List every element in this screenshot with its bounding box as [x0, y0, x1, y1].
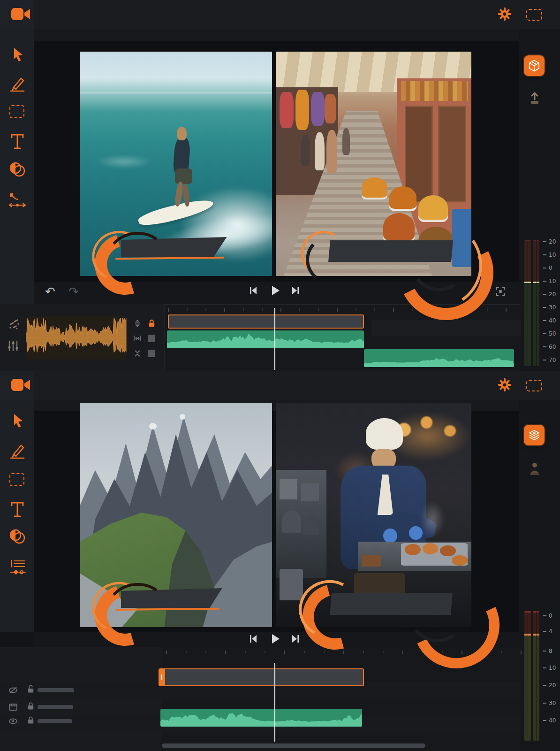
skip-end-button[interactable]: [291, 634, 300, 644]
meter-scale-label: 40: [543, 717, 556, 724]
audio-clip-1[interactable]: [160, 709, 362, 727]
layer-stack-button[interactable]: [524, 425, 545, 445]
marquee-select-tool[interactable]: [9, 105, 24, 118]
ruler-tick: [284, 651, 285, 654]
video-camera-icon[interactable]: [11, 377, 30, 392]
audio-meter-left: [524, 240, 531, 366]
ruler-tick: [393, 308, 394, 312]
app-root: 2010010203040506070 ↶ ↷: [0, 0, 560, 751]
playhead[interactable]: [274, 663, 275, 742]
audio-clip-1[interactable]: [167, 330, 364, 348]
ruler-tick: [487, 308, 488, 311]
contrast-mask-tool[interactable]: [8, 529, 27, 546]
ruler-tick: [324, 651, 325, 653]
timeline-header-2: [0, 647, 162, 751]
meter-scale: 04810203040: [543, 610, 560, 728]
pencil-tool[interactable]: [8, 75, 26, 94]
ruler-tick: [356, 308, 356, 311]
select-arrow-tool[interactable]: [10, 413, 24, 429]
lower-third-right-2[interactable]: [303, 583, 485, 628]
ruler-tick: [501, 651, 502, 653]
canvas-frame-icon[interactable]: [526, 9, 542, 21]
play-button[interactable]: [270, 284, 280, 297]
ruler-tick: [402, 651, 403, 654]
undo-button[interactable]: ↶: [45, 285, 55, 298]
cube-icon: [526, 58, 542, 74]
skip-start-button[interactable]: [249, 285, 258, 296]
export-3d-button[interactable]: [524, 55, 545, 76]
toggle-square[interactable]: [148, 335, 155, 342]
video-camera-icon[interactable]: [11, 7, 30, 22]
audio-clip-2[interactable]: [364, 349, 514, 367]
contrast-mask-tool[interactable]: [8, 161, 27, 179]
master-waveform-panel[interactable]: [26, 316, 127, 360]
master-audio-waveform: [26, 318, 126, 353]
meter-scale-label: 10: [543, 252, 556, 258]
settings-gear-icon[interactable]: [498, 378, 511, 391]
skip-end-button[interactable]: [291, 285, 300, 296]
ruler-tick: [224, 308, 225, 312]
ruler-tick: [318, 308, 319, 311]
meter-scale-label: 70: [543, 357, 556, 363]
ruler-tick: [337, 308, 338, 312]
play-button[interactable]: [270, 633, 280, 645]
keyframes-tool[interactable]: [8, 559, 27, 577]
marquee-select-tool[interactable]: [9, 473, 24, 486]
meter-scale-label: 40: [543, 317, 556, 324]
track-name-bar: [38, 688, 74, 692]
ruler-tick: [166, 651, 167, 654]
video-clip-selected[interactable]: [168, 314, 364, 329]
mixer-icon[interactable]: [7, 339, 21, 353]
toggle-square[interactable]: [148, 350, 155, 357]
ruler-tick: [374, 308, 375, 311]
canvas-frame-icon[interactable]: [526, 380, 542, 391]
meter-scale-label: 10: [543, 665, 556, 671]
ruler-tick: [299, 308, 300, 311]
lock-closed-icon[interactable]: [26, 715, 35, 725]
playhead[interactable]: [274, 308, 275, 370]
clip-trim-handle[interactable]: [159, 668, 165, 686]
frame-scan-icon[interactable]: [495, 286, 506, 297]
eye-off-icon[interactable]: [8, 686, 18, 694]
pencil-tool[interactable]: [8, 442, 26, 461]
text-tool[interactable]: [9, 500, 25, 518]
motion-path-tool[interactable]: [8, 192, 27, 209]
audio-meter-right: [533, 611, 539, 741]
audio-meter-left: [524, 611, 531, 741]
lower-third-left-2[interactable]: [94, 582, 235, 615]
text-tool[interactable]: [9, 132, 25, 150]
topbar: [0, 0, 560, 30]
select-arrow-tool[interactable]: [10, 47, 24, 63]
meter-scale-label: 20: [543, 238, 556, 245]
meter-scale-label: 30: [543, 700, 556, 706]
collapse-tracks-icon[interactable]: [133, 349, 142, 358]
track-name-bar: [38, 719, 72, 723]
lock-icon-active[interactable]: [147, 319, 156, 328]
lock-open-icon[interactable]: [26, 684, 35, 694]
beat-markers-icon[interactable]: [8, 317, 22, 331]
lower-third-left[interactable]: [94, 231, 235, 264]
fit-height-icon[interactable]: [133, 319, 142, 328]
redo-button[interactable]: ↷: [68, 285, 79, 298]
upload-icon[interactable]: [528, 91, 542, 105]
audio-waveform: [364, 358, 514, 367]
meter-scale-label: 30: [543, 304, 556, 311]
ruler-tick: [187, 308, 188, 311]
timeline-scrollbar[interactable]: [162, 743, 425, 748]
meter-scale-label: 0: [543, 613, 552, 619]
layer-stack-icon: [526, 427, 542, 443]
settings-gear-icon[interactable]: [498, 8, 511, 21]
lower-third-right[interactable]: [300, 229, 483, 274]
meter-scale-label: 50: [543, 330, 556, 337]
ruler-tick: [243, 308, 244, 311]
clapperboard-icon[interactable]: [8, 703, 18, 711]
fit-width-icon[interactable]: [133, 334, 142, 343]
person-marker-icon[interactable]: [528, 461, 542, 476]
lock-closed-icon[interactable]: [26, 701, 35, 711]
eye-icon[interactable]: [8, 717, 18, 725]
empty-track-band: [371, 320, 521, 336]
audio-waveform: [160, 713, 362, 727]
ruler-tick: [280, 308, 281, 312]
video-clip-selected[interactable]: [159, 668, 364, 686]
skip-start-button[interactable]: [249, 634, 258, 644]
